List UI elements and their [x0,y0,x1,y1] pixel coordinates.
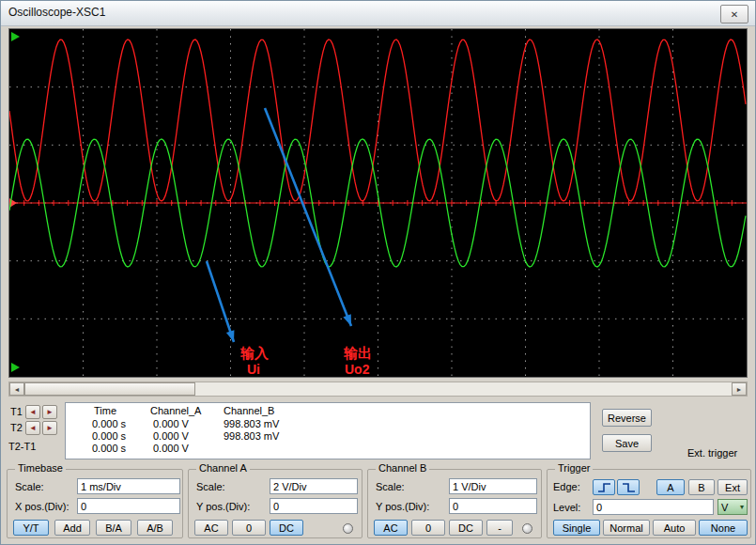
channel-b-scale-input[interactable] [449,478,537,494]
channel-a-ypos-label: Y pos.(Div): [196,501,250,512]
right-arrow-icon: ► [46,408,54,416]
timebase-xpos-input[interactable] [77,498,180,514]
readout-header-channel-a: Channel_A [150,405,201,416]
t2t1-time-value: 0.000 s [92,443,126,454]
scroll-left-button[interactable]: ◄ [9,382,24,396]
channel-b-ypos-input[interactable] [449,498,537,514]
channel-b-ac-button[interactable]: AC [374,520,408,536]
trigger-auto-button[interactable]: Auto [653,520,696,536]
oscilloscope-window: Oscilloscope-XSC1 ✕ 输入Ui输出Uo2 ◄ ► T1 ◄ ►… [0,0,756,545]
channel-a-ypos-input[interactable] [270,498,358,514]
reverse-button[interactable]: Reverse [602,409,652,427]
trigger-normal-button[interactable]: Normal [603,520,650,536]
measurement-readout: Time Channel_A Channel_B 0.000 s 0.000 V… [65,402,591,459]
t1-channel-a-value: 0.000 V [153,418,189,429]
t2-left-button[interactable]: ◄ [25,421,40,435]
edge-falling-button[interactable] [617,479,640,495]
scope-display-frame: 输入Ui输出Uo2 [8,28,748,378]
t1-right-button[interactable]: ► [42,405,57,419]
trigger-title: Trigger [555,462,593,474]
timebase-scale-input[interactable] [77,478,180,494]
timebase-scale-label: Scale: [15,481,44,492]
t2-time-value: 0.000 s [92,430,126,442]
t1-time-value: 0.000 s [92,418,126,429]
svg-text:Uo2: Uo2 [345,362,370,377]
oscilloscope-display: 输入Ui输出Uo2 [9,29,747,377]
cursor-t1-label: T1 [10,406,23,417]
titlebar[interactable]: Oscilloscope-XSC1 ✕ [1,1,755,26]
add-mode-button[interactable]: Add [54,520,90,536]
channel-a-ac-button[interactable]: AC [194,520,228,536]
channel-b-invert-button[interactable]: - [486,520,513,536]
channel-a-title: Channel A [196,462,250,474]
readout-header-channel-b: Channel_B [224,405,274,416]
channel-a-scale-input[interactable] [270,478,358,494]
chevron-down-icon: ▾ [740,503,744,511]
t2-right-button[interactable]: ► [42,421,57,435]
trigger-source-a-button[interactable]: A [656,479,685,495]
save-button[interactable]: Save [602,434,652,452]
t1-left-button[interactable]: ◄ [25,405,40,419]
svg-text:Ui: Ui [247,362,260,377]
svg-text:输入: 输入 [239,345,270,361]
edge-rising-button[interactable] [593,479,615,495]
right-arrow-icon: ► [46,424,54,432]
falling-edge-icon [622,482,636,493]
svg-text:输出: 输出 [343,345,372,361]
channel-b-dc-button[interactable]: DC [449,520,483,536]
scroll-right-button[interactable]: ► [732,382,747,396]
timebase-title: Timebase [15,462,66,474]
channel-b-terminal-icon [522,523,532,534]
yt-mode-button[interactable]: Y/T [13,520,49,536]
channel-a-group: Channel A Scale: Y pos.(Div): AC 0 DC [188,469,363,538]
channel-a-terminal-icon [343,523,353,534]
trigger-level-input[interactable] [593,499,714,515]
t2t1-channel-a-value: 0.000 V [153,443,189,454]
trigger-single-button[interactable]: Single [553,520,600,536]
channel-b-ypos-label: Y pos.(Div): [376,501,429,512]
close-button[interactable]: ✕ [720,5,748,23]
trigger-group: Trigger Edge: A B Ext Level: V ▾ Single … [547,469,751,538]
scope-scrollbar[interactable]: ◄ ► [8,382,748,397]
left-arrow-icon: ◄ [29,408,37,416]
readout-header-time: Time [94,405,116,416]
window-title: Oscilloscope-XSC1 [8,6,105,19]
channel-a-ground-button[interactable]: 0 [232,520,266,536]
t2-channel-a-value: 0.000 V [153,430,189,442]
cursor-t2-label: T2 [10,422,23,433]
channel-a-dc-button[interactable]: DC [270,520,303,536]
trigger-source-ext-button[interactable]: Ext [717,479,748,495]
scroll-thumb[interactable] [24,382,195,396]
scroll-right-icon: ► [736,386,743,393]
channel-a-scale-label: Scale: [196,481,225,492]
channel-b-group: Channel B Scale: Y pos.(Div): AC 0 DC - [367,469,542,538]
trigger-level-label: Level: [553,502,580,513]
ab-mode-button[interactable]: A/B [137,520,173,536]
ba-mode-button[interactable]: B/A [96,520,131,536]
left-arrow-icon: ◄ [29,424,37,432]
scroll-left-icon: ◄ [14,386,21,393]
channel-b-ground-button[interactable]: 0 [411,520,445,536]
trigger-source-b-button[interactable]: B [688,479,715,495]
t2-channel-b-value: 998.803 mV [224,430,279,442]
rising-edge-icon [597,482,611,493]
trigger-level-unit-select[interactable]: V ▾ [717,499,748,515]
ext-trigger-label: Ext. trigger [687,447,737,459]
channel-b-scale-label: Scale: [376,481,405,492]
trigger-none-button[interactable]: None [699,520,748,536]
timebase-xpos-label: X pos.(Div): [15,501,69,512]
t1-channel-b-value: 998.803 mV [224,418,279,429]
channel-b-title: Channel B [376,462,429,474]
close-icon: ✕ [731,9,738,20]
timebase-group: Timebase Scale: X pos.(Div): Y/T Add B/A… [7,469,183,538]
cursor-t2t1-label: T2-T1 [8,441,36,452]
trigger-edge-label: Edge: [553,481,580,492]
